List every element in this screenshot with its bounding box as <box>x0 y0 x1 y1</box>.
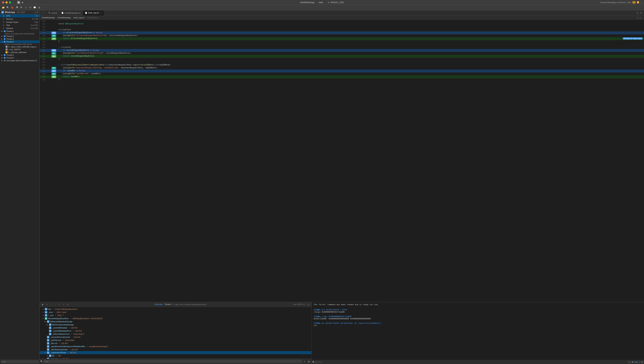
var-identity[interactable]: A _identityKeypairData = (id) 0x0 <box>40 348 312 351</box>
sidebar-filter-input[interactable] <box>1 360 39 363</box>
line-391: 391 %hook WASignalKeyStore <box>40 22 644 26</box>
process-icon: W <box>2 11 4 14</box>
bookmark-icon[interactable]: 🔖 <box>10 6 14 10</box>
var-hasfilelock-name: _hasFileLock <box>50 339 61 341</box>
step-into-button[interactable]: ↓ <box>49 303 53 306</box>
flag-icon[interactable]: ⚑ <box>19 6 23 10</box>
var-registration[interactable]: ▼ A _registrationIdData = (id) 0x0 <box>40 351 312 354</box>
variables-grid-button[interactable]: ⊞ <box>307 360 311 363</box>
thread-4-item[interactable]: ▼ Thread 4 <box>0 40 40 43</box>
continue-button[interactable]: ▶ <box>41 303 44 306</box>
tab-hookwhatsapp[interactable]: 📄 HookWhatsApp.xm <box>59 10 83 15</box>
process-gear-button[interactable]: ⚙ <box>36 11 38 14</box>
debug-option-button[interactable]: ⌥ <box>66 303 69 306</box>
debug-settings-button[interactable]: ⊡ <box>307 303 310 306</box>
thread-1-item[interactable]: ▶ Thread 1 <box>0 30 40 32</box>
var-cached-meta[interactable]: A _cachedMetadata = (id) 0x0 <box>40 326 312 329</box>
nav-forward-button[interactable]: › <box>43 12 45 14</box>
line-395-badge: 395 <box>52 34 56 37</box>
variables-filter-input[interactable] <box>44 360 302 363</box>
var-hasfilelock-value: (bool) false <box>65 339 74 341</box>
titlebar-right: Paused WhatsApp on iPhone7_1331 9 📶 + <box>600 1 642 4</box>
var-hasfilelock[interactable]: A _hasFileLock = (bool) false <box>40 339 312 342</box>
fullscreen-button[interactable] <box>9 2 11 4</box>
network-resource[interactable]: ⚙ Network Zero KB/s <box>0 27 40 30</box>
variables-format-button[interactable]: ≡ <box>302 360 306 363</box>
console-clear-button[interactable]: ⊡ <box>628 361 630 363</box>
thread-2-item[interactable]: ▶ Thread 2 <box>0 35 40 38</box>
var-filelock[interactable]: A _fileLock = (id) 0x0 <box>40 342 312 345</box>
thread-4-child-9[interactable]: 9 9 _pthread_wqthread <box>0 51 40 54</box>
bc-action-left[interactable]: ◁ <box>636 16 639 19</box>
var-signal-bg[interactable]: A _signalKeyStoreBackgroundTaskIdentifie… <box>40 345 312 348</box>
var-signal-bg-value: (unsigned long long) 0 <box>89 345 108 348</box>
var-cached-meta-name: _cachedMetadata <box>52 327 67 329</box>
console-settings-button[interactable]: ⊡ <box>639 361 640 363</box>
app-subtitle: main <box>318 1 323 4</box>
folder-icon[interactable]: 📁 <box>2 6 5 10</box>
thread-6-item[interactable]: ▶ Thread 6 <box>0 56 40 59</box>
console-filter-input[interactable] <box>316 361 627 363</box>
step-over-button[interactable]: ↷ <box>45 303 49 306</box>
minimize-button[interactable] <box>6 2 8 4</box>
line-410-arrow <box>48 78 51 81</box>
cpu-resource[interactable]: ⚙ CPU 0% <box>0 14 40 18</box>
disk-resource[interactable]: ⚙ Disk Zero KB/s <box>0 24 40 27</box>
var-idx-0[interactable]: ▼ A [0] = (id) <box>40 354 312 357</box>
editor-split-button[interactable]: ⊡ <box>636 12 639 14</box>
console-prompt-label: 🔍 <box>312 361 315 363</box>
var-star-cmd[interactable]: ▼ A *_cmd = (SEL) "" <box>40 314 312 317</box>
thread-3-item[interactable]: ▶ Thread 3 <box>0 38 40 40</box>
grid-icon[interactable]: ⊞ <box>37 6 41 10</box>
var-self[interactable]: ▼ A self = (Class) WASignalKeyStore <box>40 308 312 311</box>
var-cached-meta-err[interactable]: A _cachedMetadataError = (id) 0x0 <box>40 329 312 332</box>
console-trash-button[interactable]: 🗑 <box>641 361 643 363</box>
tab-hook-reg[interactable]: 📄 hook_reg.xm × <box>83 10 104 16</box>
bc-hookwhatsapp[interactable]: HookWhatsApp <box>42 16 55 19</box>
search-icon[interactable]: 🔎 <box>15 6 19 10</box>
var-cached-meta-type: A <box>49 326 52 329</box>
step-out-button[interactable]: ↑ <box>54 303 57 306</box>
stop-button[interactable]: ■ <box>17 1 20 4</box>
thread-4-child-0[interactable]: 0 0 _logos_meta_method$_ungrouped$WASign… <box>0 45 40 48</box>
line-392-arrow <box>48 26 51 28</box>
var-deferred[interactable]: A _deferredSaveCount = (long long) 0 <box>40 332 312 336</box>
thread-3-bullet <box>4 38 6 40</box>
speech-icon[interactable]: 💬 <box>33 6 36 10</box>
editor-layout-button[interactable]: ☰ <box>640 12 642 14</box>
nav-back-button[interactable]: ‹ <box>41 12 43 14</box>
uikit-thread-item[interactable]: ▶ com.apple.uikit.eventfetch-thread (7) <box>0 59 40 62</box>
thread-5-item[interactable]: ▶ Thread 5 <box>0 54 40 56</box>
magnify-icon[interactable]: 🔍 <box>6 6 10 10</box>
memory-resource[interactable]: ⚙ Memory 36.6 MB <box>0 18 40 20</box>
thread-4-child-1[interactable]: 1 1 sub_6307F8 <box>0 48 40 51</box>
diamond-icon[interactable]: ◇ <box>24 6 28 10</box>
step-over-inst-button[interactable]: ⤴ <box>62 303 65 306</box>
step-instruction-button[interactable]: ⤵ <box>58 303 61 306</box>
line-399-code: - (id)init{ <box>57 46 644 49</box>
var-session[interactable]: A _sessionRecordsCache = (id) 0x0 <box>40 336 312 339</box>
bc-hookwhatsapp-2[interactable]: HookWhatsApp <box>58 16 71 19</box>
line-408-num: 408 <box>40 72 48 76</box>
var-alloc-store[interactable]: ▼ L allocatedSignalKeyStore = (WASignalK… <box>40 317 312 320</box>
var-self-type: A <box>45 308 47 310</box>
bc-action-right[interactable]: ▷ <box>639 16 642 19</box>
code-editor[interactable]: 390 391 %hook WASignalKeyStore 392 <box>40 20 644 302</box>
var-cmd[interactable]: ▼ A _cmd = (SEL) "alloc" <box>40 311 312 314</box>
line-400-num: 400 <box>40 49 48 52</box>
var-delegate[interactable]: A _delegate = (id) 0x0 <box>40 357 312 359</box>
add-button[interactable]: + <box>640 1 642 4</box>
line-399-arrow <box>48 46 51 49</box>
hook-reg-tab-close[interactable]: × <box>100 12 102 14</box>
process-info-button[interactable]: ℹ <box>35 11 36 14</box>
energy-resource[interactable]: ⚙ Energy Impact High <box>0 20 40 24</box>
var-wa-auto[interactable]: ▶ A WAAautoMigratingStorage <box>40 320 312 323</box>
play-button[interactable]: ▶ <box>22 1 24 4</box>
bc-hook-reg[interactable]: hook_reg.xm <box>74 16 84 19</box>
var-wa-check[interactable]: ▶ A WACheckpointingStorage <box>40 323 312 326</box>
close-button[interactable] <box>2 2 4 4</box>
console-info-button[interactable]: ℹ <box>630 361 631 363</box>
tab-control[interactable]: 🔧 control <box>46 10 59 15</box>
line-403-arrow <box>48 58 51 61</box>
label-icon[interactable]: 🏷 <box>28 6 32 10</box>
